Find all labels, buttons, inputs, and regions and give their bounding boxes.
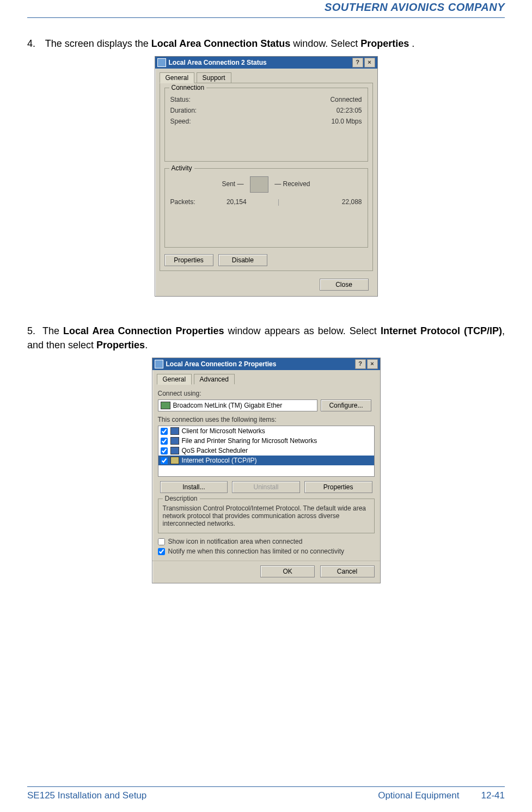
protocol-icon bbox=[170, 457, 179, 464]
step5-bold-1: Local Area Connection Properties bbox=[63, 325, 224, 336]
nic-icon bbox=[161, 402, 170, 409]
notify-input[interactable] bbox=[158, 548, 165, 555]
duration-label: Duration: bbox=[170, 107, 197, 114]
cancel-button[interactable]: Cancel bbox=[320, 565, 375, 577]
packets-sent: 20,154 bbox=[195, 198, 278, 206]
packets-label: Packets: bbox=[170, 198, 195, 206]
step5-bold-2: Internet Protocol (TCP/IP) bbox=[381, 325, 502, 336]
item-label: Client for Microsoft Networks bbox=[182, 427, 265, 435]
item-label: QoS Packet Scheduler bbox=[182, 447, 248, 454]
adapter-field[interactable]: Broadcom NetLink (TM) Gigabit Ether bbox=[158, 399, 318, 411]
disable-button[interactable]: Disable bbox=[218, 254, 267, 266]
list-item[interactable]: Client for Microsoft Networks bbox=[158, 426, 374, 436]
configure-button[interactable]: Configure... bbox=[321, 399, 371, 411]
notify-label: Notify me when this connection has limit… bbox=[168, 548, 345, 555]
item-label: Internet Protocol (TCP/IP) bbox=[182, 457, 257, 464]
step4-bold-2: Properties bbox=[360, 38, 409, 49]
step4-text-1: The screen displays the bbox=[45, 38, 151, 49]
network-icon bbox=[155, 360, 163, 368]
notify-checkbox[interactable]: Notify me when this connection has limit… bbox=[158, 548, 375, 555]
status-title: Local Area Connection 2 Status bbox=[169, 59, 267, 66]
step5-text-1: The bbox=[42, 325, 63, 336]
service-icon bbox=[170, 437, 179, 445]
step-5: 5.The Local Area Connection Properties w… bbox=[27, 324, 505, 352]
item-checkbox[interactable] bbox=[161, 438, 168, 445]
help-button[interactable]: ? bbox=[355, 359, 366, 369]
status-titlebar[interactable]: Local Area Connection 2 Status ? × bbox=[155, 57, 377, 69]
list-item[interactable]: File and Printer Sharing for Microsoft N… bbox=[158, 436, 374, 446]
help-button[interactable]: ? bbox=[352, 58, 363, 67]
item-checkbox[interactable] bbox=[161, 447, 168, 454]
packets-received: 22,088 bbox=[279, 198, 362, 206]
status-label: Status: bbox=[170, 96, 191, 103]
activity-group: Activity Sent — — Received Packets: 20,1… bbox=[164, 168, 368, 248]
item-label: File and Printer Sharing for Microsoft N… bbox=[182, 437, 317, 445]
service-icon bbox=[170, 447, 179, 454]
close-button[interactable]: Close bbox=[320, 279, 369, 291]
list-item[interactable]: QoS Packet Scheduler bbox=[158, 446, 374, 456]
tab-general[interactable]: General bbox=[157, 374, 192, 385]
properties-button[interactable]: Properties bbox=[164, 254, 213, 266]
step5-bold-3: Properties bbox=[96, 340, 145, 350]
status-dialog: Local Area Connection 2 Status ? × Gener… bbox=[155, 56, 378, 297]
props-title: Local Area Connection 2 Properties bbox=[166, 360, 277, 368]
footer-page: 12-41 bbox=[481, 790, 505, 801]
connection-legend: Connection bbox=[169, 84, 207, 91]
item-checkbox[interactable] bbox=[161, 428, 168, 435]
list-item-selected[interactable]: Internet Protocol (TCP/IP) bbox=[158, 456, 374, 465]
item-checkbox[interactable] bbox=[161, 457, 168, 464]
service-icon bbox=[170, 427, 179, 435]
speed-value: 10.0 Mbps bbox=[331, 118, 362, 125]
ok-button[interactable]: OK bbox=[260, 565, 315, 577]
connect-using-label: Connect using: bbox=[158, 390, 375, 397]
connection-group: Connection Status: Connected Duration: 0… bbox=[164, 88, 368, 162]
adapter-name: Broadcom NetLink (TM) Gigabit Ether bbox=[173, 402, 283, 409]
step5-number: 5. bbox=[27, 324, 42, 338]
page-footer: SE125 Installation and Setup Optional Eq… bbox=[27, 786, 505, 801]
properties-dialog: Local Area Connection 2 Properties ? × G… bbox=[152, 358, 381, 583]
tab-general[interactable]: General bbox=[160, 72, 195, 83]
network-icon bbox=[157, 58, 166, 67]
step5-text-2: window appears as below. Select bbox=[224, 325, 381, 336]
header-rule bbox=[27, 17, 505, 18]
footer-section: Optional Equipment bbox=[378, 790, 459, 801]
step4-text-3: . bbox=[412, 38, 414, 49]
activity-legend: Activity bbox=[169, 164, 194, 172]
received-label: Received bbox=[283, 180, 310, 188]
close-icon[interactable]: × bbox=[364, 58, 375, 67]
brand-header: SOUTHERN AVIONICS COMPANY bbox=[27, 0, 505, 15]
uses-label: This connection uses the following items… bbox=[158, 416, 375, 423]
install-button[interactable]: Install... bbox=[160, 481, 228, 493]
show-icon-checkbox[interactable]: Show icon in notification area when conn… bbox=[158, 538, 375, 545]
description-group: Description Transmission Control Protoco… bbox=[158, 499, 375, 533]
footer-left: SE125 Installation and Setup bbox=[27, 790, 146, 801]
show-icon-input[interactable] bbox=[158, 538, 165, 545]
step4-bold-1: Local Area Connection Status bbox=[151, 38, 290, 49]
uninstall-button: Uninstall bbox=[232, 481, 300, 493]
tab-support[interactable]: Support bbox=[197, 72, 231, 83]
description-text: Transmission Control Protocol/Internet P… bbox=[163, 505, 366, 527]
activity-icon bbox=[250, 176, 268, 193]
step4-text-2: window. Select bbox=[293, 38, 360, 49]
status-value: Connected bbox=[330, 96, 362, 103]
props-titlebar[interactable]: Local Area Connection 2 Properties ? × bbox=[152, 358, 380, 370]
tab-advanced[interactable]: Advanced bbox=[194, 374, 235, 384]
step-4: 4. The screen displays the Local Area Co… bbox=[27, 36, 505, 51]
step4-number: 4. bbox=[27, 36, 42, 51]
close-icon[interactable]: × bbox=[367, 359, 378, 369]
show-icon-label: Show icon in notification area when conn… bbox=[168, 538, 303, 545]
items-listbox[interactable]: Client for Microsoft Networks File and P… bbox=[158, 426, 375, 477]
step5-text-4: . bbox=[145, 340, 148, 350]
description-legend: Description bbox=[163, 495, 200, 502]
item-properties-button[interactable]: Properties bbox=[304, 481, 372, 493]
duration-value: 02:23:05 bbox=[337, 107, 362, 114]
sent-label: Sent bbox=[222, 180, 235, 188]
speed-label: Speed: bbox=[170, 118, 191, 125]
